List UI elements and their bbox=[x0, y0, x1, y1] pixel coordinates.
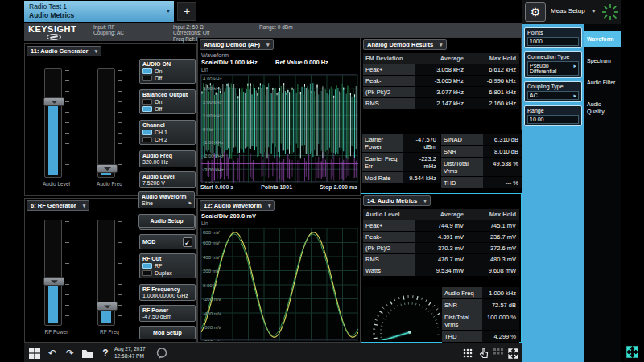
rf-out-mode-control[interactable]: RF Out RF Duplex bbox=[139, 253, 196, 278]
slider-track[interactable] bbox=[97, 220, 115, 326]
row-value: 4.391 mV bbox=[415, 232, 467, 242]
rf-frequency-button[interactable]: RF Frequency 1.000000000 GHz bbox=[139, 284, 196, 301]
range-input[interactable]: 10.00 bbox=[527, 115, 579, 124]
rf-power-button[interactable]: RF Power -47.50 dBm bbox=[139, 305, 196, 322]
settings-button[interactable]: ⚙ bbox=[525, 2, 546, 22]
checkbox-checked-icon[interactable]: ✓ bbox=[183, 237, 192, 247]
rf-option[interactable]: RF bbox=[142, 263, 192, 269]
messages-button[interactable] bbox=[155, 346, 169, 360]
tab-audio-metrics[interactable]: Radio Test 1 Audio Metrics ▾ bbox=[24, 1, 174, 22]
audio-freq-slider[interactable]: Audio Freq bbox=[91, 68, 128, 178]
rf-freq-slider[interactable]: RF Freq bbox=[91, 220, 128, 326]
expand-icon-teal[interactable] bbox=[626, 346, 638, 358]
mod-toggle[interactable]: MOD ✓ bbox=[139, 234, 196, 249]
slider-track[interactable] bbox=[44, 68, 62, 178]
meas-setup-dropdown[interactable]: Meas Setup bbox=[551, 7, 585, 14]
channel-control[interactable]: Channel CH 1 CH 2 bbox=[139, 120, 196, 145]
analog-demod-results-dropdown[interactable]: Analog Demod Results▾ bbox=[363, 39, 447, 50]
audio-setup-button[interactable]: Audio Setup bbox=[138, 214, 195, 228]
slider-scale bbox=[118, 221, 125, 324]
audio-waveform-value: Sine bbox=[142, 200, 192, 206]
slider-handle[interactable] bbox=[43, 277, 64, 286]
connection-type-control[interactable]: Connection Type Pseudo Differential▸ bbox=[524, 51, 582, 78]
duplex-option[interactable]: Duplex bbox=[142, 270, 192, 276]
connection-type-select[interactable]: Pseudo Differential▸ bbox=[527, 61, 579, 76]
balanced-on-option[interactable]: On bbox=[142, 99, 192, 105]
slider-handle[interactable] bbox=[43, 97, 64, 106]
grid-dots-icon bbox=[463, 348, 473, 358]
coupling-type-select[interactable]: AC▸ bbox=[527, 91, 579, 100]
audio-generator-dropdown[interactable]: 11: Audio Generator▾ bbox=[27, 46, 101, 56]
audio-metrics-dropdown[interactable]: 14: Audio Metrics▾ bbox=[363, 195, 431, 206]
audio-off-option[interactable]: Off bbox=[142, 76, 192, 81]
redo-button[interactable]: ↷ bbox=[63, 346, 77, 360]
audio-freq-button[interactable]: Audio Freq 320.00 Hz bbox=[139, 150, 196, 167]
file-button[interactable] bbox=[80, 346, 95, 360]
row-value: --- % bbox=[483, 177, 522, 188]
meas-setup-panel: Points 1000 Connection Type Pseudo Diffe… bbox=[522, 24, 584, 362]
channel-2-option[interactable]: CH 2 bbox=[142, 137, 192, 142]
fullscreen-button[interactable] bbox=[506, 346, 520, 360]
column-header: Audio Level bbox=[363, 209, 415, 220]
add-tab-button[interactable]: + bbox=[177, 2, 196, 21]
slider-handle[interactable] bbox=[97, 164, 118, 173]
table-row: Dist/Total Vrms49.538 % bbox=[441, 158, 522, 177]
tab-waveform[interactable]: Waveform bbox=[584, 31, 621, 47]
slider-track[interactable] bbox=[44, 220, 62, 326]
row-label: Peak- bbox=[363, 232, 415, 242]
balanced-off-option[interactable]: Off bbox=[142, 106, 192, 112]
tab-spectrum[interactable]: Spectrum bbox=[584, 52, 621, 69]
row-label: SNR bbox=[441, 146, 483, 157]
mod-setup-button[interactable]: Mod Setup bbox=[139, 326, 196, 339]
tab-audio-filter[interactable]: Audio Filter bbox=[584, 74, 621, 91]
audio-waveform-dropdown-header[interactable]: 12: Audio Waveform▾ bbox=[200, 200, 275, 211]
radio-on-icon bbox=[142, 106, 152, 112]
carrier-table: Carrier Power-47.570 dBmCarrier Freq Err… bbox=[362, 134, 440, 184]
row-label: Peak+ bbox=[363, 220, 415, 231]
table-row: Peak+744.9 mV745.1 mV bbox=[363, 220, 519, 232]
row-label: RMS bbox=[363, 98, 415, 109]
chevron-down-icon: ▾ bbox=[83, 203, 86, 208]
coupling-type-control[interactable]: Coupling Type AC▸ bbox=[524, 81, 582, 102]
view-tabs: Waveform Spectrum Audio Filter Audio Qua… bbox=[584, 24, 621, 362]
row-value: 6.801 kHz bbox=[467, 87, 519, 97]
audio-level-slider[interactable]: Audio Level bbox=[38, 68, 75, 178]
balanced-output-control[interactable]: Balanced Output On Off bbox=[139, 89, 196, 114]
lin-label: Lin bbox=[201, 220, 208, 226]
row-value: 9.608 mW bbox=[467, 265, 519, 276]
svg-text:400 mV: 400 mV bbox=[203, 255, 220, 260]
audio-waveform-window[interactable]: 12: Audio Waveform▾ Scale/Div 200.0 mV L… bbox=[197, 198, 361, 343]
app-grid-button[interactable] bbox=[460, 346, 475, 360]
help-button[interactable]: ? bbox=[98, 346, 113, 360]
points-control[interactable]: Points 1000 bbox=[524, 27, 582, 48]
undo-button[interactable]: ↶ bbox=[45, 346, 60, 360]
snap-grid-button[interactable] bbox=[491, 346, 506, 360]
range-control[interactable]: Range 10.00 bbox=[524, 105, 582, 126]
audio-waveform-plot[interactable]: 800 mV600 mV400 mV200 mV0.00 V-200 mV-40… bbox=[200, 228, 357, 340]
svg-text:0 Hz: 0 Hz bbox=[203, 127, 213, 132]
rf-generator-dropdown[interactable]: 6: RF Generator▾ bbox=[27, 200, 89, 211]
row-value: 8.010 dB bbox=[483, 146, 522, 157]
analog-demod-window[interactable]: Analog Demod (AF)▾ Waveform Scale/Div 1.… bbox=[197, 37, 361, 196]
audio-on-option[interactable]: On bbox=[142, 68, 192, 74]
points-input[interactable]: 1000 bbox=[527, 37, 579, 46]
clock[interactable]: Aug 27, 2017 12:58:47 PM bbox=[114, 346, 146, 360]
audio-waveform-dropdown[interactable]: Audio Waveform Sine ▸ bbox=[138, 191, 195, 208]
channel-1-option[interactable]: CH 1 bbox=[142, 130, 192, 135]
rf-power-slider[interactable]: RF Power bbox=[38, 220, 75, 326]
audio-metrics-window[interactable]: 14: Audio Metrics▾ Audio LevelAverageMax… bbox=[361, 193, 522, 343]
audio-on-control[interactable]: AUDIO ON On Off bbox=[139, 59, 196, 84]
slider-track[interactable] bbox=[97, 68, 115, 178]
analog-demod-dropdown[interactable]: Analog Demod (AF)▾ bbox=[200, 39, 274, 50]
touch-mode-button[interactable] bbox=[477, 346, 491, 360]
analog-demod-plot[interactable]: 4.00 kHz3.00 kHz2.00 kHz1.00 kHz0 Hz-1.0… bbox=[200, 74, 357, 182]
analog-demod-trace: 4.00 kHz3.00 kHz2.00 kHz1.00 kHz0 Hz-1.0… bbox=[201, 75, 358, 183]
date-label: Aug 27, 2017 bbox=[114, 346, 146, 353]
row-value: -72.57 dB bbox=[482, 299, 519, 311]
rf-power-value: -47.50 dBm bbox=[142, 314, 192, 319]
keysight-spark-icon[interactable] bbox=[601, 2, 620, 22]
audio-level-button[interactable]: Audio Level 7.5208 V bbox=[139, 171, 196, 188]
slider-handle[interactable] bbox=[97, 302, 118, 311]
tab-audio-quality[interactable]: Audio Quality bbox=[584, 96, 621, 120]
windows-start-button[interactable] bbox=[27, 346, 42, 360]
